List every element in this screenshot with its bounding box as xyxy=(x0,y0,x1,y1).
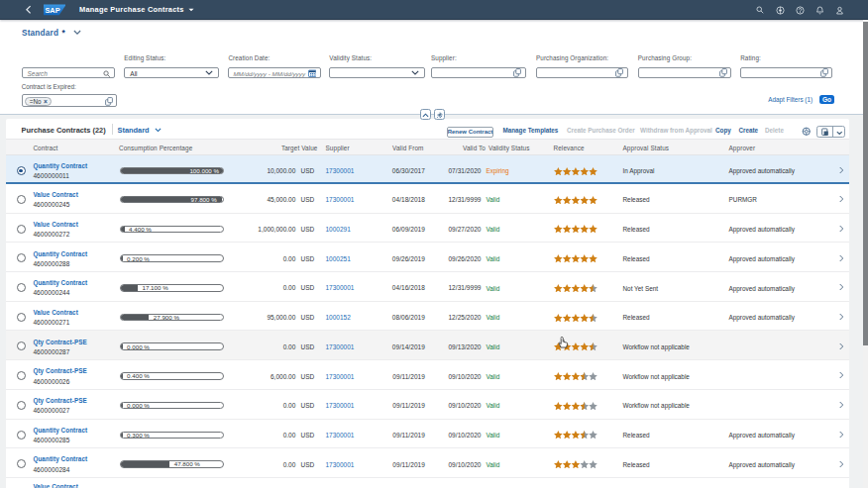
svg-text:SAP: SAP xyxy=(45,6,59,15)
